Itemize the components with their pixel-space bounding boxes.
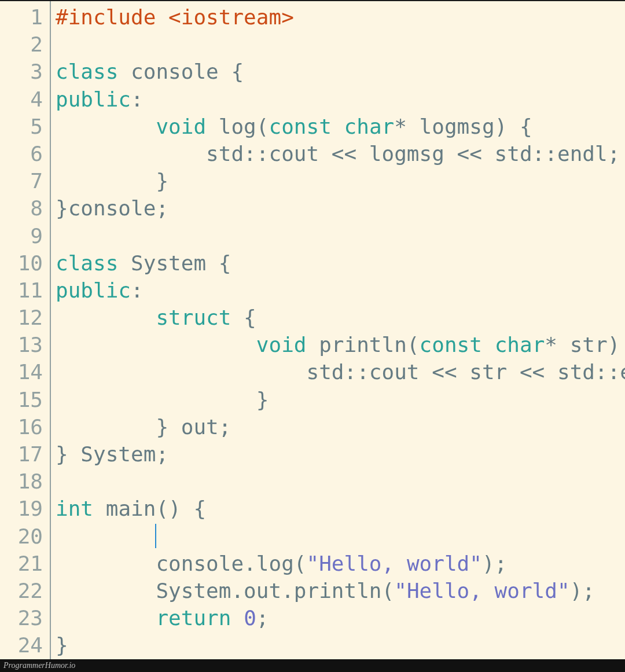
line-number: 19 bbox=[0, 495, 50, 522]
code-line[interactable] bbox=[56, 31, 625, 58]
code-token bbox=[482, 333, 495, 357]
watermark-footer: ProgrammerHumor.io bbox=[0, 659, 625, 672]
line-number: 23 bbox=[0, 604, 50, 631]
code-token: void bbox=[256, 333, 307, 357]
line-number: 7 bbox=[0, 167, 50, 194]
code-token bbox=[56, 606, 156, 630]
code-line[interactable]: void log(const char* logmsg) { bbox=[56, 113, 625, 140]
code-line[interactable]: class System { bbox=[56, 249, 625, 277]
code-token: : bbox=[131, 87, 144, 111]
code-token: { bbox=[231, 306, 256, 329]
code-line[interactable]: int main() { bbox=[56, 495, 625, 522]
code-token: } bbox=[56, 169, 168, 193]
code-line[interactable]: } bbox=[56, 631, 625, 659]
code-line[interactable]: public: bbox=[56, 86, 625, 113]
line-number: 22 bbox=[0, 577, 50, 604]
line-number: 17 bbox=[0, 440, 50, 468]
code-line[interactable] bbox=[56, 523, 625, 550]
line-number: 24 bbox=[0, 631, 50, 659]
line-number: 8 bbox=[0, 194, 50, 222]
code-token bbox=[56, 115, 156, 138]
code-line[interactable]: return 0; bbox=[56, 604, 625, 631]
code-token: #include <iostream> bbox=[56, 5, 294, 29]
text-cursor bbox=[155, 524, 156, 548]
line-number: 14 bbox=[0, 358, 50, 385]
code-line[interactable]: std::cout << str << std::endl; bbox=[56, 358, 625, 385]
line-number: 6 bbox=[0, 140, 50, 167]
code-token: char bbox=[495, 333, 545, 357]
line-number: 4 bbox=[0, 86, 50, 113]
code-token: struct bbox=[156, 306, 231, 329]
code-token: } bbox=[56, 388, 269, 412]
code-line[interactable]: console.log("Hello, world"); bbox=[56, 550, 625, 577]
line-number: 12 bbox=[0, 304, 50, 331]
code-token: System { bbox=[118, 251, 231, 275]
code-line[interactable]: void println(const char* str) { bbox=[56, 331, 625, 358]
code-token: log( bbox=[206, 115, 269, 138]
code-token: int bbox=[56, 497, 93, 520]
code-token: class bbox=[56, 60, 118, 83]
watermark-text: ProgrammerHumor.io bbox=[3, 661, 75, 670]
line-number: 20 bbox=[0, 523, 50, 550]
code-token: : bbox=[131, 278, 144, 302]
code-area[interactable]: #include <iostream>class console {public… bbox=[51, 1, 625, 659]
line-number: 1 bbox=[0, 3, 50, 31]
line-number-gutter: 123456789101112131415161718192021222324 bbox=[0, 1, 51, 659]
code-line[interactable]: } System; bbox=[56, 440, 625, 468]
code-token: "Hello, world" bbox=[306, 552, 481, 575]
line-number: 13 bbox=[0, 331, 50, 358]
code-editor[interactable]: 123456789101112131415161718192021222324 … bbox=[0, 0, 625, 659]
code-line[interactable]: } out; bbox=[56, 413, 625, 440]
code-token: console.log( bbox=[56, 552, 306, 575]
code-token: * logmsg) { bbox=[394, 115, 532, 138]
code-token: public bbox=[56, 278, 131, 302]
code-token: * str) { bbox=[545, 333, 625, 357]
code-token: char bbox=[344, 115, 395, 138]
code-token: main() { bbox=[93, 497, 206, 520]
code-token: ); bbox=[570, 579, 595, 603]
line-number: 5 bbox=[0, 113, 50, 140]
code-line[interactable]: std::cout << logmsg << std::endl; bbox=[56, 140, 625, 167]
code-token: ); bbox=[482, 552, 507, 575]
code-token: } out; bbox=[56, 415, 231, 439]
code-line[interactable]: struct { bbox=[56, 304, 625, 331]
code-line[interactable]: } bbox=[56, 167, 625, 194]
code-line[interactable] bbox=[56, 468, 625, 495]
code-token: void bbox=[156, 115, 206, 138]
code-token: println( bbox=[306, 333, 419, 357]
code-token bbox=[56, 306, 156, 329]
line-number: 9 bbox=[0, 222, 50, 249]
line-number: 15 bbox=[0, 386, 50, 413]
code-token bbox=[231, 606, 244, 630]
code-line[interactable] bbox=[56, 222, 625, 249]
code-token: } System; bbox=[56, 442, 168, 466]
line-number: 3 bbox=[0, 58, 50, 85]
code-token: console { bbox=[118, 60, 244, 83]
line-number: 10 bbox=[0, 249, 50, 277]
code-line[interactable]: }console; bbox=[56, 194, 625, 222]
code-token: return bbox=[156, 606, 231, 630]
code-token: } bbox=[56, 633, 68, 657]
code-token bbox=[56, 333, 256, 357]
code-token: const bbox=[269, 115, 331, 138]
line-number: 21 bbox=[0, 550, 50, 577]
code-token: ; bbox=[256, 606, 269, 630]
line-number: 18 bbox=[0, 468, 50, 495]
code-line[interactable]: #include <iostream> bbox=[56, 3, 625, 31]
line-number: 11 bbox=[0, 277, 50, 304]
code-token: std::cout << logmsg << std::endl; bbox=[56, 142, 620, 166]
code-token bbox=[332, 115, 344, 138]
code-token: System.out.println( bbox=[56, 579, 394, 603]
code-token: std::cout << str << std::endl; bbox=[56, 360, 625, 384]
code-line[interactable]: public: bbox=[56, 277, 625, 304]
line-number: 16 bbox=[0, 413, 50, 440]
code-line[interactable]: System.out.println("Hello, world"); bbox=[56, 577, 625, 604]
code-line[interactable]: } bbox=[56, 386, 625, 413]
code-token: class bbox=[56, 251, 118, 275]
line-number: 2 bbox=[0, 31, 50, 58]
code-token: const bbox=[420, 333, 482, 357]
code-token: "Hello, world" bbox=[394, 579, 569, 603]
code-token: public bbox=[56, 87, 131, 111]
code-token: 0 bbox=[244, 606, 256, 630]
code-line[interactable]: class console { bbox=[56, 58, 625, 85]
